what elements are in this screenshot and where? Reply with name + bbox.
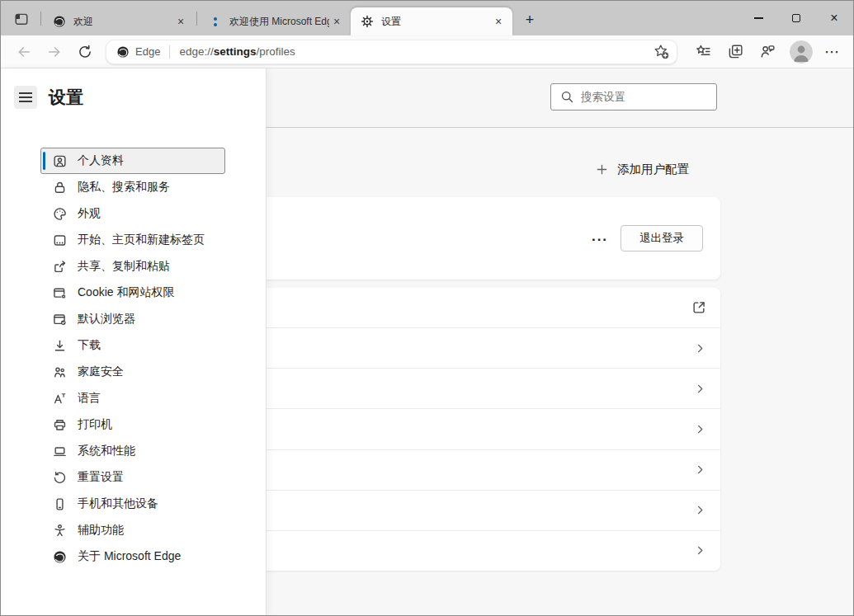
settings-row[interactable] <box>266 408 720 449</box>
sidebar-item-phone-devices[interactable]: 手机和其他设备 <box>40 491 225 517</box>
sidebar-item-system-performance[interactable]: 系统和性能 <box>40 438 225 464</box>
sidebar-item-label: 外观 <box>78 206 101 221</box>
tab-settings-active[interactable]: 设置 × <box>351 7 512 35</box>
settings-search-box[interactable] <box>550 83 717 111</box>
sidebar-item-start-home-newtab[interactable]: 开始、主页和新建标签页 <box>40 227 225 253</box>
start-page-icon <box>53 233 67 247</box>
settings-row-account[interactable] <box>266 288 720 327</box>
sidebar-item-label: 辅助功能 <box>78 523 124 538</box>
sidebar-item-share-copy-paste[interactable]: 共享、复制和粘贴 <box>40 253 225 280</box>
collections-button[interactable] <box>720 38 750 66</box>
favorites-hub-icon <box>696 44 711 59</box>
tab-separator <box>196 12 197 26</box>
plus-icon <box>596 163 608 176</box>
phone-icon <box>53 497 67 511</box>
sidebar-item-label: Cookie 和网站权限 <box>78 285 174 300</box>
settings-row[interactable] <box>266 449 720 490</box>
settings-page: 添加用户配置 ··· 退出登录 <box>1 68 853 615</box>
settings-body: 添加用户配置 ··· 退出登录 <box>266 129 853 615</box>
refresh-icon <box>78 45 92 59</box>
person-chat-icon <box>760 44 776 59</box>
chevron-right-icon <box>694 544 706 557</box>
sidebar-item-default-browser[interactable]: 默认浏览器 <box>40 306 225 332</box>
tab-welcome[interactable]: 欢迎 × <box>43 7 195 35</box>
gear-icon <box>361 15 374 28</box>
family-icon <box>53 365 67 379</box>
sidebar-item-profiles[interactable]: 个人资料 <box>40 148 225 174</box>
tab-bar: 欢迎 × 欢迎使用 Microsoft Edg × 设置 × + × <box>1 1 853 35</box>
tab-welcome-to-edge[interactable]: 欢迎使用 Microsoft Edg × <box>199 7 351 35</box>
back-button[interactable] <box>10 39 38 65</box>
sidebar-nav: 个人资料 隐私、搜索和服务 外观 开始、主页和新建标签页 共享、复制和粘贴 <box>1 148 266 570</box>
feedback-button[interactable] <box>753 38 782 66</box>
sidebar-item-privacy[interactable]: 隐私、搜索和服务 <box>40 174 225 200</box>
add-profile-button[interactable]: 添加用户配置 <box>594 158 691 181</box>
settings-row[interactable] <box>266 530 720 571</box>
menu-button[interactable] <box>14 86 37 109</box>
chevron-right-icon <box>694 423 706 435</box>
settings-row[interactable] <box>266 368 720 408</box>
sidebar-item-label: 手机和其他设备 <box>78 496 158 511</box>
palette-icon <box>53 207 67 221</box>
address-separator <box>169 45 170 59</box>
sidebar-item-downloads[interactable]: 下载 <box>40 332 225 359</box>
tab-close-icon[interactable]: × <box>173 14 188 29</box>
tab-close-icon[interactable]: × <box>491 14 506 29</box>
sidebar-item-reset-settings[interactable]: 重置设置 <box>40 464 225 491</box>
new-tab-button[interactable]: + <box>516 7 544 32</box>
address-bar[interactable]: Edge edge://settings/profiles <box>106 40 677 64</box>
system-icon <box>53 444 67 458</box>
navigation-toolbar: Edge edge://settings/profiles ⋯ <box>1 35 853 68</box>
sidebar-item-about-edge[interactable]: 关于 Microsoft Edge <box>40 543 225 570</box>
favorites-button[interactable] <box>688 38 718 66</box>
sidebar-item-printers[interactable]: 打印机 <box>40 411 225 438</box>
sidebar-item-family-safety[interactable]: 家庭安全 <box>40 359 225 385</box>
sign-out-button[interactable]: 退出登录 <box>620 225 703 252</box>
sidebar-item-label: 个人资料 <box>78 153 124 168</box>
lock-icon <box>53 181 67 195</box>
browser-window: 欢迎 × 欢迎使用 Microsoft Edg × 设置 × + × <box>0 0 854 616</box>
maximize-button[interactable] <box>777 1 815 35</box>
sidebar-item-cookies-permissions[interactable]: Cookie 和网站权限 <box>40 280 225 306</box>
settings-more-button[interactable]: ⋯ <box>817 38 847 66</box>
workspaces-icon <box>14 12 29 26</box>
settings-search-input[interactable] <box>574 91 716 103</box>
sidebar-item-label: 重置设置 <box>78 470 124 485</box>
sidebar-item-label: 开始、主页和新建标签页 <box>78 233 205 247</box>
add-profile-label: 添加用户配置 <box>617 162 689 177</box>
forward-button[interactable] <box>40 39 68 65</box>
tab-actions-menu-button[interactable] <box>9 7 34 31</box>
default-browser-icon <box>53 313 67 327</box>
tab-title: 欢迎 <box>73 15 173 29</box>
add-favorite-button[interactable] <box>649 41 673 63</box>
settings-row[interactable] <box>266 327 720 368</box>
sidebar-header: 设置 <box>1 68 266 109</box>
tab-close-icon[interactable]: × <box>329 14 344 29</box>
window-controls: × <box>739 1 853 35</box>
minimize-button[interactable] <box>739 1 777 35</box>
sidebar-item-label: 语言 <box>78 391 101 406</box>
chevron-right-icon <box>694 383 706 395</box>
download-icon <box>53 339 67 353</box>
search-icon <box>560 90 574 104</box>
sidebar-item-languages[interactable]: 语言 <box>40 385 225 411</box>
settings-header <box>266 68 853 128</box>
settings-row[interactable] <box>266 490 720 530</box>
profile-more-button[interactable]: ··· <box>587 230 613 250</box>
close-window-button[interactable]: × <box>815 1 853 35</box>
chevron-right-icon <box>694 504 706 516</box>
close-icon: × <box>830 12 837 25</box>
minimize-icon <box>754 17 763 19</box>
sidebar-item-label: 打印机 <box>78 417 112 432</box>
loading-dots-favicon <box>209 15 222 28</box>
sidebar-item-appearance[interactable]: 外观 <box>40 200 225 227</box>
share-icon <box>53 260 67 274</box>
site-permissions-icon <box>53 286 67 300</box>
sidebar-item-accessibility[interactable]: 辅助功能 <box>40 517 225 543</box>
reset-icon <box>53 471 67 485</box>
refresh-button[interactable] <box>71 39 99 65</box>
profile-avatar-button[interactable] <box>785 38 814 66</box>
sidebar-item-label: 系统和性能 <box>78 444 135 458</box>
url-text[interactable]: edge://settings/profiles <box>179 45 649 58</box>
sidebar-item-label: 家庭安全 <box>78 364 124 379</box>
